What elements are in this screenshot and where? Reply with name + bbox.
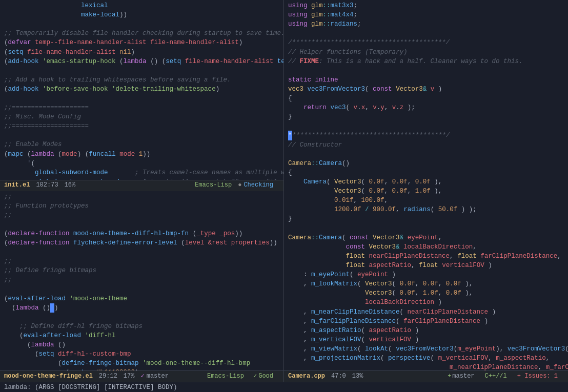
left-percent-1: 16% <box>65 181 76 190</box>
code-line: 0.01f, 100.0f, <box>284 196 568 205</box>
code-line: (declare-function mood-one-theme--diff-h… <box>0 229 283 238</box>
code-line: ;; Add a hook to trailing whitespaces be… <box>0 75 283 85</box>
code-line: ;; Function prototypes <box>0 201 283 211</box>
code-line: ;; Temporarily disable file handler chec… <box>0 29 283 38</box>
code-line <box>0 285 283 294</box>
code-line: 1200.0f / 900.0f, radians( 50.0f ) ); <box>284 205 568 214</box>
code-line: ;; <box>0 257 283 266</box>
code-line: , m_projectionMatrix( perspective( m_ver… <box>284 354 568 363</box>
left-code-area-2[interactable]: ;; ;; Function prototypes ;; (declare-fu… <box>0 191 283 371</box>
code-line: using glm::radians; <box>284 19 568 29</box>
code-line: using glm::mat4x4; <box>284 10 568 19</box>
code-line <box>284 66 568 75</box>
code-line: '( <box>0 159 283 168</box>
right-percent: 13% <box>352 372 363 381</box>
code-line: ****************************************… <box>284 131 568 140</box>
code-line: (lambda () <box>0 340 283 349</box>
code-line: ;; Define diff-hl fringe bitmaps <box>0 322 283 331</box>
code-line: ;; Enable Modes <box>0 140 283 149</box>
right-mode: C++//l <box>485 372 507 381</box>
code-line: (setq file-name-handler-alist nil) <box>0 48 283 57</box>
code-line: ;; Misc. Mode Config <box>0 112 283 121</box>
code-line <box>0 131 283 140</box>
minibuffer-text: lambda: (ARGS [DOCSTRING] [INTERACTIVE] … <box>4 384 177 391</box>
left-branch-2: master <box>147 372 169 381</box>
code-line <box>0 66 283 75</box>
code-line: } <box>284 214 568 223</box>
code-line: ;;==================== <box>0 103 283 112</box>
right-filename: Camera.cpp <box>288 372 325 381</box>
minibuffer: lambda: (ARGS [DOCSTRING] [INTERACTIVE] … <box>0 382 568 392</box>
code-line <box>0 247 283 257</box>
code-line: (add-hook 'emacs-startup-hook (lambda ()… <box>0 57 283 66</box>
code-line <box>284 29 568 38</box>
code-line: Camera::Camera( const Vector3& eyePoint, <box>284 233 568 242</box>
code-line <box>0 94 283 103</box>
code-line: (mapc (lambda (mode) (funcall mode 1)) <box>0 150 283 159</box>
right-status-bar: Camera.cpp 47:0 13% + master C++//l + Is… <box>284 370 568 382</box>
code-line: (setq diff-hl--custom-bmp <box>0 349 283 359</box>
code-line: Vector3( 0.0f, 0.0f, 1.0f ), <box>284 187 568 196</box>
code-line: , m_nearClipPlaneDistance( nearClipPlane… <box>284 307 568 317</box>
code-line: // Constructor <box>284 140 568 150</box>
left-checking-1: Checking <box>244 181 273 190</box>
code-line <box>284 150 568 159</box>
right-issues: + Issues: 1 <box>517 372 558 381</box>
code-line <box>284 224 568 233</box>
code-line: lexical <box>0 1 283 10</box>
code-line: (eval-after-load 'mood-one-theme <box>0 294 283 303</box>
left-filename-1: init.el <box>4 181 30 190</box>
code-line: (lambda () ) <box>0 303 283 313</box>
code-line: ;; <box>0 275 283 284</box>
code-line: ;; <box>0 192 283 201</box>
code-line: , m_viewMatrix( lookAt( vec3FromVector3(… <box>284 344 568 354</box>
code-line <box>0 19 283 29</box>
right-code-area[interactable]: using glm::mat3x3; using glm::mat4x4; us… <box>284 0 568 370</box>
left-mode-2: Emacs-Lisp <box>207 372 244 381</box>
code-line: , m_aspectRatio( aspectRatio ) <box>284 326 568 335</box>
code-line: vec3 vec3FromVector3( const Vector3& v ) <box>284 85 568 94</box>
code-line: { <box>284 94 568 103</box>
code-line: (declare-function flycheck-define-error-… <box>0 238 283 247</box>
code-line: // FIXME: This is a hack and a half. Cle… <box>284 57 568 66</box>
left-status-bar-2: mood-one-theme-fringe.el 29:12 17% ✓ mas… <box>0 370 283 382</box>
left-mode-1: Emacs-Lisp <box>195 181 232 190</box>
code-line: using glm::mat3x3; <box>284 1 568 10</box>
code-line: { <box>284 168 568 177</box>
code-line: localBackDirection ) <box>284 298 568 307</box>
code-line <box>0 220 283 229</box>
code-line: Vector3( 0.0f, 1.0f, 0.0f ), <box>284 288 568 298</box>
editor-container: lexical make-local)) ;; Temporarily disa… <box>0 0 568 392</box>
left-position-1: 102:73 <box>36 181 58 190</box>
left-filename-2: mood-one-theme-fringe.el <box>4 372 93 381</box>
code-line: /***************************************… <box>284 38 568 47</box>
code-line: const Vector3& localBackDirection, <box>284 242 568 252</box>
code-line: Camera::Camera() <box>284 159 568 168</box>
code-line: // Helper functions (Temporary) <box>284 48 568 57</box>
code-line: } <box>284 112 568 121</box>
code-line: (define-fringe-bitmap 'mood-one-theme--d… <box>0 359 283 368</box>
right-position: 47:0 <box>331 372 346 381</box>
code-line: float nearClipPlaneDistance, float farCl… <box>284 252 568 261</box>
code-line: return vec3( v.x, v.y, v.z ); <box>284 103 568 112</box>
left-check-2: Good <box>258 372 273 381</box>
code-line: static inline <box>284 75 568 85</box>
code-line: Camera( Vector3( 0.0f, 0.0f, 0.0f ), <box>284 177 568 187</box>
code-line: ;;==================== <box>0 121 283 131</box>
left-percent-2: 17% <box>124 372 135 381</box>
code-line: : m_eyePoint( eyePoint ) <box>284 270 568 279</box>
left-code-area[interactable]: lexical make-local)) ;; Temporarily disa… <box>0 0 283 180</box>
code-line: (add-hook 'before-save-hook 'delete-trai… <box>0 85 283 94</box>
code-line: ;; Define fringe bitmaps <box>0 266 283 275</box>
code-line: (defvar temp--file-name-handler-alist fi… <box>0 38 283 47</box>
code-line <box>284 121 568 131</box>
code-line <box>0 313 283 322</box>
code-line: global-subword-mode ; Treats camel-case … <box>0 168 283 177</box>
editor-panes: lexical make-local)) ;; Temporarily disa… <box>0 0 568 382</box>
code-line: float aspectRatio, float verticalFOV ) <box>284 261 568 270</box>
left-status-bar-1: init.el 102:73 16% Emacs-Lisp ● Checking <box>0 180 283 191</box>
code-line: (eval-after-load 'diff-hl <box>0 331 283 340</box>
code-line: , m_verticalFOV( verticalFOV ) <box>284 335 568 344</box>
code-line: , m_lookMatrix( Vector3( 0.0f, 0.0f, 0.0… <box>284 279 568 288</box>
code-line: make-local)) <box>0 10 283 19</box>
